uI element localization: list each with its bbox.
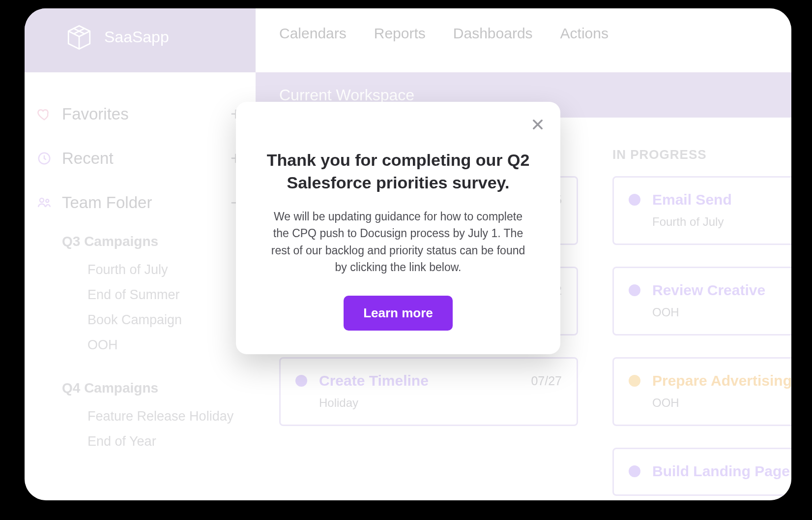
sidebar-subitem[interactable]: OOH	[35, 333, 245, 358]
nav-actions[interactable]: Actions	[560, 25, 609, 42]
card-title: Email Send	[652, 191, 732, 208]
svg-point-2	[46, 199, 49, 202]
clock-icon	[35, 151, 53, 166]
card-subtitle: OOH	[652, 396, 791, 410]
app-window: SaaSapp Calendars Reports Dashboards Act…	[25, 8, 791, 500]
sidebar-item-label: Team Folder	[62, 193, 152, 212]
card-date: 07/27	[531, 374, 562, 388]
status-dot-icon	[295, 375, 307, 387]
sidebar-team-folder[interactable]: Team Folder −	[35, 186, 245, 219]
card-subtitle: Fourth of July	[652, 215, 791, 229]
heart-icon	[35, 107, 53, 122]
card-title: Create Timeline	[319, 372, 429, 389]
modal-body: We will be updating guidance for how to …	[261, 208, 535, 276]
sidebar-recent[interactable]: Recent +	[35, 142, 245, 175]
board-card[interactable]: Build Landing Page	[612, 448, 791, 496]
sidebar-subitem[interactable]: Book Campaign	[35, 307, 245, 333]
status-dot-icon	[629, 375, 640, 387]
board-card[interactable]: Email Send Fourth of July	[612, 176, 791, 245]
brand-name: SaaSapp	[104, 28, 169, 46]
sidebar-favorites[interactable]: Favorites +	[35, 98, 245, 130]
nav-calendars[interactable]: Calendars	[279, 25, 347, 42]
status-dot-icon	[629, 465, 640, 477]
sidebar-subitem[interactable]: Fourth of July	[35, 257, 245, 282]
sidebar-item-label: Favorites	[62, 105, 129, 123]
card-subtitle: OOH	[652, 306, 791, 319]
sidebar-item-label: Recent	[62, 149, 114, 168]
card-title: Prepare Advertising	[652, 372, 791, 389]
status-dot-icon	[629, 284, 640, 296]
nav-dashboards[interactable]: Dashboards	[453, 25, 533, 42]
sidebar-group-heading[interactable]: Q4 Campaigns	[35, 358, 245, 404]
brand-cube-icon	[65, 23, 93, 54]
close-icon[interactable]	[528, 115, 548, 134]
card-title: Build Landing Page	[652, 463, 790, 480]
status-dot-icon	[629, 194, 640, 206]
board-card[interactable]: Prepare Advertising OOH	[612, 357, 791, 426]
workspace-title: Current Workspace	[279, 86, 414, 104]
board-column-in-progress: IN PROGRESS Email Send Fourth of July Re…	[612, 147, 791, 500]
survey-thankyou-modal: Thank you for completing our Q2 Salesfor…	[236, 102, 560, 354]
card-title: Review Creative	[652, 282, 765, 299]
card-subtitle: Holiday	[319, 396, 562, 410]
people-icon	[35, 195, 53, 210]
column-title: IN PROGRESS	[612, 147, 791, 162]
sidebar-subitem[interactable]: End of Year	[35, 429, 245, 454]
top-nav: Calendars Reports Dashboards Actions	[256, 8, 791, 72]
svg-point-1	[40, 198, 44, 202]
nav-reports[interactable]: Reports	[374, 25, 426, 42]
sidebar-group-heading[interactable]: Q3 Campaigns	[35, 219, 245, 257]
sidebar-subitem[interactable]: Feature Release Holiday	[35, 404, 245, 429]
sidebar-subitem[interactable]: End of Summer	[35, 282, 245, 307]
topbar: SaaSapp Calendars Reports Dashboards Act…	[25, 8, 791, 72]
learn-more-button[interactable]: Learn more	[344, 296, 453, 331]
brand-block: SaaSapp	[25, 8, 256, 72]
board-card[interactable]: Review Creative OOH	[612, 267, 791, 336]
sidebar: Favorites + Recent + Team Folder − Q3 Ca…	[25, 72, 256, 500]
modal-title: Thank you for completing our Q2 Salesfor…	[261, 149, 535, 194]
board-card[interactable]: Create Timeline 07/27 Holiday	[279, 357, 578, 426]
